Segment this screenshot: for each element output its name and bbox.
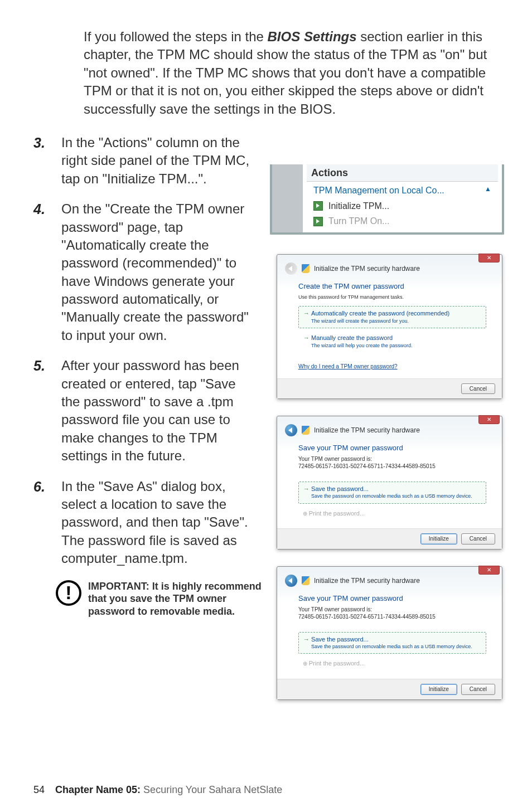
important-text: IMPORTANT: It is highly recommend that y… [88, 580, 262, 618]
option-manual-create[interactable]: Manually create the password The wizard … [298, 330, 486, 353]
initialize-tpm-label: Initialize TPM... [328, 200, 389, 212]
dialog-header-title: Initialize the TPM security hardware [314, 576, 420, 585]
initialize-button[interactable]: Initialize [420, 684, 457, 695]
option-title: Save the password... [303, 485, 481, 493]
step-text: In the "Save As" dialog box, select a lo… [61, 478, 251, 568]
dialog-title: Create the TPM owner password [298, 281, 486, 291]
alert-icon [56, 580, 81, 606]
chapter-rest: Securing Your Sahara NetSlate [141, 784, 282, 795]
page-footer: 54 Chapter Name 05: Securing Your Sahara… [33, 783, 282, 796]
close-button[interactable]: ✕ [478, 254, 500, 262]
password-value: 72485-06157-16031-50274-65711-74334-4458… [298, 463, 486, 470]
turn-tpm-on-link[interactable]: Turn TPM On... [311, 213, 494, 229]
step-number: 3. [33, 134, 61, 188]
password-label: Your TPM owner password is: [298, 455, 486, 463]
dialog-header-title: Initialize the TPM security hardware [314, 264, 420, 273]
help-link[interactable]: Why do I need a TPM owner password? [298, 363, 398, 371]
collapse-icon[interactable]: ▲ [485, 184, 491, 197]
shield-icon [302, 576, 309, 585]
arrow-icon [313, 201, 323, 211]
close-button[interactable]: ✕ [478, 566, 500, 575]
option-auto-create[interactable]: Automatically create the password (recom… [298, 306, 486, 328]
option-save-password[interactable]: Save the password... Save the password o… [298, 632, 486, 654]
arrow-icon [313, 217, 323, 226]
option-title: Save the password... [303, 635, 481, 644]
cancel-button[interactable]: Cancel [461, 383, 495, 395]
option-desc: Save the password on removable media suc… [311, 643, 481, 650]
option-title: Automatically create the password (recom… [303, 309, 481, 318]
cancel-button[interactable]: Cancel [461, 684, 495, 695]
step-text: On the "Create the TPM owner password" p… [61, 200, 251, 344]
option-desc: The wizard will help you create the pass… [311, 342, 481, 349]
actions-panel: Actions TPM Management on Local Co... ▲ … [270, 164, 504, 235]
password-label: Your TPM owner password is: [298, 606, 486, 614]
shield-icon [302, 264, 309, 273]
dialog-save-password-1: ✕ Initialize the TPM security hardware S… [277, 416, 502, 550]
step-text: After your password has been created or … [61, 357, 251, 465]
back-button[interactable] [285, 262, 297, 275]
step-number: 6. [33, 478, 61, 568]
back-button[interactable] [285, 575, 297, 587]
page-number: 54 [33, 784, 45, 795]
dialog-header-title: Initialize the TPM security hardware [314, 426, 420, 435]
password-value: 72485-06157-16031-50274-65711-74334-4458… [298, 613, 486, 621]
initialize-tpm-link[interactable]: Initialize TPM... [311, 198, 494, 214]
step-number: 5. [33, 357, 61, 465]
dialog-title: Save your TPM owner password [298, 594, 486, 604]
dialog-subtitle: Use this password for TPM management tas… [298, 294, 486, 300]
actions-group-label: TPM Management on Local Co... [313, 184, 444, 197]
initialize-button[interactable]: Initialize [420, 533, 457, 544]
cancel-button[interactable]: Cancel [461, 533, 495, 544]
step-text: In the "Actions" column on the right sid… [61, 134, 251, 188]
option-save-password[interactable]: Save the password... Save the password o… [298, 482, 486, 504]
option-print-password[interactable]: Print the password... [298, 656, 486, 671]
shield-icon [302, 426, 309, 435]
important-note: IMPORTANT: It is highly recommend that y… [56, 580, 262, 618]
dialog-create-password: ✕ Initialize the TPM security hardware C… [277, 254, 502, 399]
chapter-label: Chapter Name 05: [55, 784, 141, 795]
step-number: 4. [33, 200, 61, 344]
intro-paragraph: If you followed the steps in the BIOS Se… [84, 28, 499, 118]
option-title: Manually create the password [303, 334, 481, 342]
close-button[interactable]: ✕ [478, 415, 500, 424]
back-button[interactable] [285, 424, 297, 436]
actions-group[interactable]: TPM Management on Local Co... ▲ [311, 182, 494, 198]
turn-tpm-on-label: Turn TPM On... [328, 215, 389, 227]
option-desc: Save the password on removable media suc… [311, 493, 481, 499]
option-print-password[interactable]: Print the password... [298, 506, 486, 521]
dialog-title: Save your TPM owner password [298, 443, 486, 453]
option-desc: The wizard will create the password for … [311, 318, 481, 324]
actions-heading: Actions [307, 164, 498, 182]
dialog-save-password-2: ✕ Initialize the TPM security hardware S… [277, 566, 502, 700]
